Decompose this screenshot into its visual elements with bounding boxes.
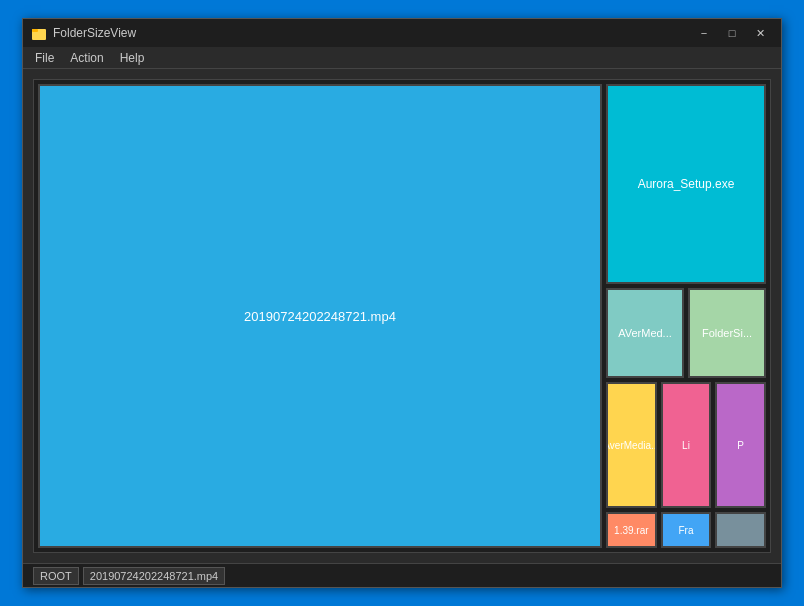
status-path: 20190724202248721.mp4	[83, 567, 225, 585]
middle-row: AVerMed... FolderSi...	[606, 288, 766, 378]
bottom-row2: 1.39.rar Fra	[606, 512, 766, 548]
avermedia-label: AVerMed...	[618, 327, 672, 339]
avermedia2-label: AverMedia...	[606, 440, 657, 451]
maximize-button[interactable]: □	[719, 24, 745, 42]
close-button[interactable]: ✕	[747, 24, 773, 42]
fra-label: Fra	[679, 525, 694, 536]
aurora-label: Aurora_Setup.exe	[638, 177, 735, 191]
window-controls: − □ ✕	[691, 24, 773, 42]
foldersize-block[interactable]: FolderSi...	[688, 288, 766, 378]
app-icon	[31, 25, 47, 41]
main-file-label: 20190724202248721.mp4	[244, 309, 396, 324]
bottom-row1: AverMedia... Li P	[606, 382, 766, 508]
minimize-button[interactable]: −	[691, 24, 717, 42]
treemap-container: 20190724202248721.mp4 Aurora_Setup.exe A…	[33, 79, 771, 553]
main-window: FolderSizeView − □ ✕ File Action Help 20…	[22, 18, 782, 588]
bottom-section: AverMedia... Li P 1.39.rar	[606, 382, 766, 548]
menu-file[interactable]: File	[27, 49, 62, 67]
p-label: P	[737, 440, 744, 451]
li-label: Li	[682, 440, 690, 451]
fra-block[interactable]: Fra	[661, 512, 712, 548]
right-column: Aurora_Setup.exe AVerMed... FolderSi...	[606, 84, 766, 548]
content-area: 20190724202248721.mp4 Aurora_Setup.exe A…	[23, 69, 781, 563]
title-bar: FolderSizeView − □ ✕	[23, 19, 781, 47]
rar-label: 1.39.rar	[614, 525, 648, 536]
li-block[interactable]: Li	[661, 382, 712, 508]
menu-action[interactable]: Action	[62, 49, 111, 67]
menu-help[interactable]: Help	[112, 49, 153, 67]
menu-bar: File Action Help	[23, 47, 781, 69]
status-bar: ROOT 20190724202248721.mp4	[23, 563, 781, 587]
main-file-block[interactable]: 20190724202248721.mp4	[38, 84, 602, 548]
status-root: ROOT	[33, 567, 79, 585]
rar-block[interactable]: 1.39.rar	[606, 512, 657, 548]
window-title: FolderSizeView	[53, 26, 691, 40]
avermedia-block[interactable]: AVerMed...	[606, 288, 684, 378]
misc-block[interactable]	[715, 512, 766, 548]
p-block[interactable]: P	[715, 382, 766, 508]
avermedia2-block[interactable]: AverMedia...	[606, 382, 657, 508]
foldersize-label: FolderSi...	[702, 327, 752, 339]
aurora-block[interactable]: Aurora_Setup.exe	[606, 84, 766, 284]
svg-rect-1	[32, 29, 38, 32]
